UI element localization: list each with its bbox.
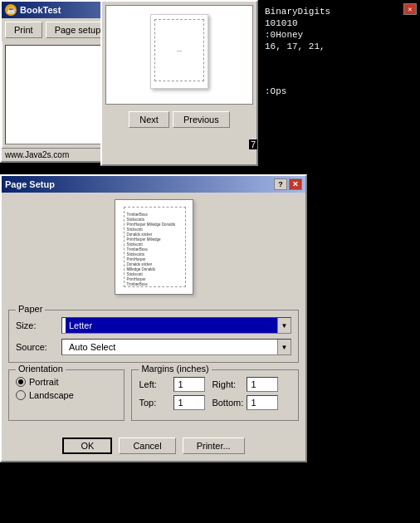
- preview-content: —: [105, 5, 253, 105]
- status-text: www.Java2s.com: [5, 150, 69, 159]
- portrait-radio[interactable]: [16, 377, 26, 387]
- dialog-close-button[interactable]: ✕: [289, 178, 302, 190]
- page-setup-dialog: Page Setup ? ✕ TrimberBoss Stickscotts P…: [0, 174, 307, 462]
- orientation-group-label: Orientation: [16, 364, 66, 374]
- right-input[interactable]: [247, 377, 278, 392]
- cancel-button[interactable]: Cancel: [119, 437, 175, 454]
- landscape-row: Landscape: [16, 390, 117, 400]
- console-line-4: 16, 17, 21,: [265, 42, 413, 51]
- source-row: Source: Auto Select ▼: [16, 339, 291, 355]
- dialog-buttons: OK Cancel Printer...: [2, 434, 305, 461]
- preview-window: — Next Previous: [100, 0, 258, 166]
- size-label: Size:: [16, 320, 61, 330]
- booktest-icon: ☕: [5, 4, 17, 16]
- top-bottom-row: Top: Bottom:: [139, 395, 291, 410]
- next-button[interactable]: Next: [129, 111, 169, 128]
- size-dropdown[interactable]: Letter ▼: [61, 317, 291, 334]
- source-dropdown-arrow[interactable]: ▼: [277, 340, 291, 354]
- left-input[interactable]: [173, 377, 205, 392]
- dialog-help-button[interactable]: ?: [274, 178, 287, 190]
- page-number: 7: [249, 139, 257, 149]
- orientation-group: Orientation Portrait Landscape: [8, 369, 125, 421]
- paper-group: Paper Size: Letter ▼ Source: Auto Select…: [8, 310, 299, 363]
- dialog-title-bar: Page Setup ? ✕: [2, 176, 305, 193]
- source-dropdown[interactable]: Auto Select ▼: [61, 339, 291, 355]
- booktest-title: BookTest: [20, 5, 61, 15]
- bottom-input[interactable]: [247, 395, 278, 410]
- console-close-button[interactable]: ✕: [403, 3, 417, 15]
- title-bar-left: ☕ BookTest: [5, 4, 61, 16]
- thumbnail-text: TrimberBoss Stickscotts PrintHarper Mill…: [115, 200, 193, 294]
- print-button[interactable]: Print: [5, 22, 42, 38]
- preview-page: —: [150, 14, 208, 89]
- size-dropdown-value: Letter: [66, 318, 277, 333]
- margins-group: Margins (inches) Left: Right: Top: Botto…: [131, 369, 299, 421]
- console-line-1: BinaryDigits: [265, 7, 413, 17]
- preview-buttons: Next Previous: [102, 108, 256, 131]
- source-label: Source:: [16, 342, 61, 352]
- size-dropdown-arrow[interactable]: ▼: [277, 318, 291, 333]
- left-right-row: Left: Right:: [139, 377, 291, 392]
- dialog-title-controls: ? ✕: [274, 178, 302, 190]
- size-row: Size: Letter ▼: [16, 317, 291, 334]
- source-dropdown-value: Auto Select: [66, 340, 277, 354]
- left-label: Left:: [139, 379, 170, 389]
- landscape-radio[interactable]: [16, 390, 26, 400]
- console-line-5: :Ops: [265, 86, 413, 96]
- previous-button[interactable]: Previous: [173, 111, 230, 128]
- portrait-row: Portrait: [16, 377, 117, 387]
- console-line-3: :0Honey: [265, 30, 413, 40]
- right-label: Right:: [212, 379, 243, 389]
- printer-button[interactable]: Printer...: [183, 437, 245, 454]
- preview-page-inner: —: [154, 19, 204, 81]
- page-thumbnail: TrimberBoss Stickscotts PrintHarper Mill…: [115, 199, 193, 295]
- orientation-margins-row: Orientation Portrait Landscape Margins (…: [8, 369, 299, 428]
- paper-group-label: Paper: [16, 304, 45, 314]
- landscape-label: Landscape: [29, 390, 74, 400]
- dialog-title-text: Page Setup: [5, 179, 55, 189]
- top-label: Top:: [139, 398, 170, 408]
- console-line-2: 101010: [265, 18, 413, 28]
- dialog-body: TrimberBoss Stickscotts PrintHarper Mill…: [2, 193, 305, 434]
- portrait-label: Portrait: [29, 377, 58, 387]
- top-input[interactable]: [173, 395, 205, 410]
- margins-group-label: Margins (inches): [139, 364, 211, 374]
- ok-button[interactable]: OK: [62, 437, 112, 454]
- bottom-label: Bottom:: [212, 398, 243, 408]
